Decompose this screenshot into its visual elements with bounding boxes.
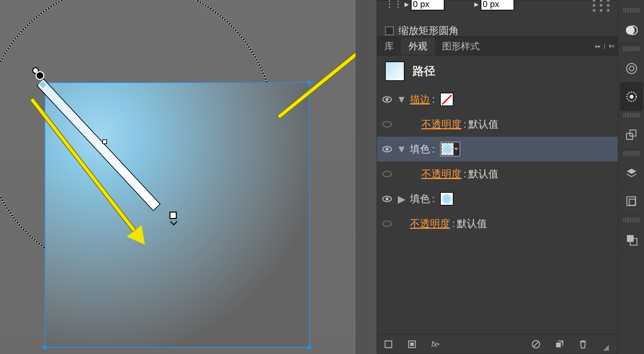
gradient-start-handle[interactable] [36, 71, 44, 80]
object-thumbnail[interactable] [385, 61, 405, 81]
new-fill-icon[interactable] [407, 339, 417, 350]
svg-point-20 [630, 95, 634, 99]
collapse-icon[interactable]: ▸▸ [595, 43, 601, 49]
tab-library[interactable]: 库 [377, 37, 401, 55]
opacity-value: 默认值 [468, 118, 498, 131]
stroke-color-none-swatch[interactable] [440, 93, 453, 106]
tab-appearance[interactable]: 外观 [401, 37, 435, 55]
fill-label: 填色 [410, 142, 430, 156]
layers-dock-icon[interactable] [620, 159, 643, 187]
panel-footer: fx▾ [377, 334, 618, 354]
link-icon[interactable]: ⋮⋮ [385, 0, 402, 9]
fill-color-swatch[interactable] [440, 192, 453, 206]
colon: : [452, 218, 455, 229]
opacity-label[interactable]: 不透明度 [410, 217, 450, 231]
visibility-eye-icon[interactable] [382, 94, 392, 105]
y-field: ▸ [474, 0, 514, 10]
stroke-row[interactable]: ▼ 描边: [377, 87, 618, 112]
appearance-panel: 库 外观 图形样式 ▸▸ | ▾≡ 路径 ▼ 描边: 不透明度: 默认值 [377, 37, 618, 354]
visibility-eye-icon[interactable] [382, 218, 392, 229]
svg-point-2 [383, 122, 391, 127]
stroke-label[interactable]: 描边 [410, 93, 430, 106]
svg-rect-9 [385, 341, 392, 348]
object-title: 路径 [413, 63, 435, 79]
tab-graphic-styles[interactable]: 图形样式 [435, 37, 487, 55]
fill-row-2[interactable]: ▶ 填色: [377, 186, 618, 211]
panel-menu-icon[interactable]: ▾≡ [609, 43, 614, 49]
svg-point-18 [629, 66, 634, 71]
resize-grip-icon[interactable] [601, 343, 612, 354]
disclosure-down-icon[interactable]: ▼ [398, 145, 405, 153]
fill-row-1[interactable]: ▼ 填色: [377, 137, 618, 162]
handle-bottom-left[interactable] [43, 346, 47, 349]
svg-point-4 [385, 147, 388, 150]
svg-point-1 [385, 98, 388, 101]
object-header: 路径 [377, 55, 618, 87]
visibility-eye-icon[interactable] [382, 119, 392, 130]
svg-rect-23 [627, 197, 636, 206]
fx-icon[interactable]: fx▾ [430, 339, 441, 350]
fill1-opacity-row[interactable]: 不透明度: 默认值 [377, 162, 618, 186]
dock-grip-icon[interactable] [624, 218, 640, 222]
object-opacity-row[interactable]: 不透明度: 默认值 [377, 211, 618, 236]
svg-point-8 [383, 221, 391, 226]
svg-rect-24 [629, 199, 635, 205]
canvas[interactable] [0, 0, 356, 354]
color-panel-icon[interactable] [620, 16, 643, 44]
y-input[interactable] [481, 0, 514, 10]
cloud-libraries-icon[interactable] [620, 54, 643, 83]
svg-point-17 [627, 63, 637, 74]
visibility-eye-icon[interactable] [382, 144, 392, 154]
dock-grip-icon[interactable] [624, 113, 640, 118]
opacity-value: 默认值 [457, 217, 487, 231]
artboards-dock-icon[interactable] [620, 187, 643, 216]
new-stroke-icon[interactable] [383, 339, 394, 350]
clear-appearance-icon[interactable] [531, 339, 541, 350]
opacity-value: 默认值 [468, 167, 498, 181]
transform-dock-icon[interactable] [620, 121, 643, 149]
handle-top-right[interactable] [308, 81, 311, 84]
dock-grip-icon[interactable] [624, 46, 640, 51]
panel-tabs: 库 外观 图形样式 ▸▸ | ▾≡ [377, 37, 618, 55]
dock-grip-icon[interactable] [624, 8, 640, 13]
colon: : [464, 119, 466, 130]
fill-label: 填色 [410, 192, 430, 206]
scale-corners-label: 缩放矩形圆角 [398, 24, 459, 38]
stepper-icon[interactable]: ▸ [474, 0, 479, 9]
colon: : [432, 143, 435, 155]
right-dock [619, 0, 644, 354]
visibility-eye-icon[interactable] [382, 193, 392, 204]
pathfinder-dock-icon[interactable] [620, 226, 643, 254]
visibility-eye-icon[interactable] [382, 169, 392, 179]
handle-top-left[interactable] [43, 81, 47, 84]
colon: : [432, 94, 435, 105]
svg-rect-11 [410, 343, 414, 346]
opacity-label[interactable]: 不透明度 [421, 167, 462, 181]
disclosure-right-icon[interactable]: ▶ [398, 195, 405, 203]
svg-point-7 [385, 197, 388, 200]
svg-rect-14 [556, 343, 561, 347]
duplicate-item-icon[interactable] [554, 339, 565, 350]
svg-point-5 [383, 171, 391, 177]
selected-rectangle[interactable] [45, 82, 310, 348]
svg-line-13 [533, 342, 539, 347]
transform-panel: ⋮⋮ ▸ ▸ 缩放矩形圆角 [377, 0, 618, 37]
appearance-dock-icon[interactable] [620, 83, 643, 111]
fill-color-dropdown[interactable] [440, 142, 460, 157]
colon: : [464, 168, 466, 180]
opacity-label[interactable]: 不透明度 [421, 118, 462, 131]
stroke-opacity-row[interactable]: 不透明度: 默认值 [377, 112, 618, 137]
disclosure-down-icon[interactable]: ▼ [398, 96, 405, 103]
x-input[interactable] [411, 0, 444, 10]
stepper-icon[interactable]: ▸ [405, 0, 409, 9]
scale-corners-checkbox[interactable] [385, 27, 394, 35]
reference-point-widget[interactable] [591, 0, 611, 12]
gradient-origin-handle[interactable] [32, 67, 39, 74]
handle-bottom-right[interactable] [308, 346, 311, 349]
dock-grip-icon[interactable] [624, 151, 640, 156]
divider-icon: | [604, 43, 605, 49]
trash-icon[interactable] [578, 339, 588, 350]
colon: : [432, 193, 435, 205]
x-field: ⋮⋮ ▸ [385, 0, 444, 10]
